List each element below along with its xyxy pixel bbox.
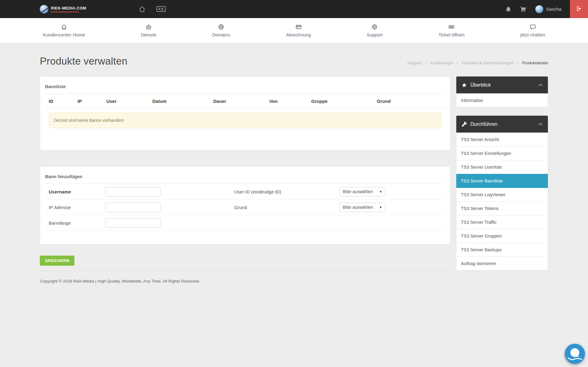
column-header-von: Von: [266, 94, 307, 109]
breadcrumb-link-produkte[interactable]: Produkte & Dienstleistungen: [462, 61, 514, 65]
ip-label: IP Adresse: [45, 205, 105, 210]
breadcrumb-current: Produktdetails: [522, 61, 548, 65]
username-input[interactable]: [105, 187, 161, 197]
breadcrumb-link-kundenlogin[interactable]: Kundenlogin: [430, 61, 453, 65]
breadcrumb: Support / Kundenlogin / Produkte & Diens…: [407, 61, 548, 67]
banlist-card-title: Bannliste: [45, 81, 445, 94]
caret-down-icon: ▼: [379, 190, 382, 193]
user-menu[interactable]: Sascha: [535, 5, 561, 13]
globe-icon: [218, 24, 224, 30]
sidebar-item-ts3-gruppen[interactable]: TS3 Server Gruppen: [456, 229, 548, 243]
language-icon[interactable]: A文: [156, 6, 165, 12]
column-header-user: User: [103, 94, 149, 109]
nav-item-ticket-oeffnen[interactable]: Ticket öffnen: [435, 23, 468, 39]
basket-icon: [145, 24, 152, 30]
wrench-icon: [462, 122, 467, 127]
nav-label: Ticket öffnen: [439, 32, 465, 37]
actions-panel-header[interactable]: Durchführen: [456, 116, 548, 133]
column-header-datum: Datum: [149, 94, 209, 109]
sign-out-icon: [576, 6, 582, 13]
star-icon: [462, 82, 467, 88]
footer: Copyright © 2018 Riek-Media | High Quali…: [40, 271, 450, 298]
column-header-id: ID: [45, 94, 74, 109]
nav-item-support[interactable]: Support: [364, 23, 386, 39]
chevron-up-icon: [538, 83, 543, 87]
sidebar-item-auftrag-stornieren[interactable]: Auftrag stornieren: [456, 257, 548, 270]
nav-item-domains[interactable]: Domains: [209, 23, 233, 39]
userid-select[interactable]: Bitte auswählen ▼: [340, 187, 385, 197]
ip-input[interactable]: [105, 203, 161, 212]
form-row-bannlaenge: Bannlänge: [45, 215, 445, 231]
banlist-header-row: ID IP User Datum Dauer Von Gruppe Grund: [45, 94, 445, 109]
avatar: [535, 5, 543, 13]
nav-label: jetzt chatten: [520, 32, 545, 37]
banlist-card: Bannliste ID IP User Datum Dauer Vo: [40, 76, 450, 151]
user-name: Sascha: [546, 6, 561, 12]
copyright-text: Copyright © 2018 Riek-Media | High Quali…: [40, 279, 450, 283]
credit-card-icon: [296, 24, 302, 30]
add-ban-card: Bann hinzufügen Username User ID (eindeu…: [40, 166, 450, 245]
chat-bubble-icon: [530, 24, 536, 30]
brand-tagline: [51, 11, 79, 13]
nav-label: Dienste: [141, 32, 156, 37]
brand-logo[interactable]: RIEK-MEDIA.COM: [40, 5, 86, 13]
cart-icon[interactable]: [520, 6, 527, 13]
column-header-gruppe: Gruppe: [307, 94, 373, 109]
home-icon[interactable]: [139, 6, 145, 13]
bannlaenge-label: Bannlänge: [45, 220, 105, 226]
breadcrumb-link-support[interactable]: Support: [407, 61, 422, 65]
nav-label: Support: [367, 32, 383, 37]
page-title: Produkte verwalten: [40, 55, 127, 67]
nav-item-jetzt-chatten[interactable]: jetzt chatten: [517, 23, 548, 39]
main-navigation: Kundencenter Home Dienste Domains Abrech…: [0, 18, 588, 43]
caret-down-icon: ▼: [379, 206, 382, 209]
sidebar-item-ts3-backups[interactable]: TS3 Server Backups: [456, 243, 548, 257]
add-ban-card-title: Bann hinzufügen: [45, 171, 445, 184]
chat-launcher-button[interactable]: [564, 343, 586, 365]
nav-label: Domains: [212, 32, 230, 37]
grund-label: Grund: [234, 205, 340, 210]
sidebar-item-ts3-traffic[interactable]: TS3 Server Traffic: [456, 215, 548, 229]
banlist-table: ID IP User Datum Dauer Von Gruppe Grund: [45, 94, 445, 109]
bannlaenge-input[interactable]: [105, 218, 161, 228]
sidebar: Überblick Information Durchführen: [456, 76, 548, 279]
logout-button[interactable]: [570, 0, 588, 18]
brand-title: RIEK-MEDIA.COM: [51, 6, 86, 10]
column-header-dauer: Dauer: [209, 94, 266, 109]
home-icon: [61, 24, 67, 30]
column-header-ip: IP: [74, 94, 103, 109]
overview-panel-title: Überblick: [470, 82, 491, 88]
notifications-bell-icon[interactable]: [505, 6, 511, 12]
actions-panel: Durchführen TS3 Server Ansicht TS3 Serve…: [456, 115, 548, 271]
ticket-icon: [448, 24, 454, 30]
sidebar-item-information[interactable]: Information: [456, 93, 548, 107]
nav-label: Abrechnung: [286, 32, 311, 37]
form-row-username-userid: Username User ID (eindeutige ID) Bitte a…: [45, 184, 445, 200]
form-row-ip-grund: IP Adresse Grund Bitte auswählen ▼: [45, 200, 445, 215]
nav-item-dienste[interactable]: Dienste: [138, 23, 160, 39]
sidebar-item-ts3-ansicht[interactable]: TS3 Server Ansicht: [456, 133, 548, 146]
nav-label: Kundencenter Home: [43, 32, 85, 37]
topbar: RIEK-MEDIA.COM A文 Sascha: [0, 0, 588, 18]
userid-label: User ID (eindeutige ID): [234, 189, 340, 194]
sidebar-item-ts3-tokens[interactable]: TS3 Server Tokens: [456, 201, 548, 215]
actions-panel-title: Durchführen: [470, 122, 497, 127]
overview-panel-header[interactable]: Überblick: [456, 77, 548, 93]
nav-item-kundencenter-home[interactable]: Kundencenter Home: [40, 23, 88, 39]
username-label: Username: [45, 189, 105, 194]
overview-panel: Überblick Information: [456, 76, 548, 107]
sidebar-item-ts3-bannliste[interactable]: TS3 Server Bannliste: [456, 174, 548, 188]
life-ring-icon: [371, 24, 378, 30]
sidebar-item-ts3-logviewer[interactable]: TS3 Server LogViewer: [456, 188, 548, 201]
empty-banlist-alert: Derzeit sind keine Banns vorhanden!: [49, 112, 442, 128]
brand-globe-icon: [40, 5, 48, 13]
chevron-up-icon: [538, 122, 543, 126]
column-header-grund: Grund: [373, 94, 445, 109]
sidebar-item-ts3-einstellungen[interactable]: TS3 Server Einstellungen: [456, 146, 548, 160]
nav-item-abrechnung[interactable]: Abrechnung: [283, 23, 314, 39]
save-button[interactable]: SPEICHERN: [40, 256, 74, 266]
grund-select[interactable]: Bitte auswählen ▼: [340, 203, 385, 212]
sidebar-item-ts3-userliste[interactable]: TS3 Server Userliste: [456, 160, 548, 174]
